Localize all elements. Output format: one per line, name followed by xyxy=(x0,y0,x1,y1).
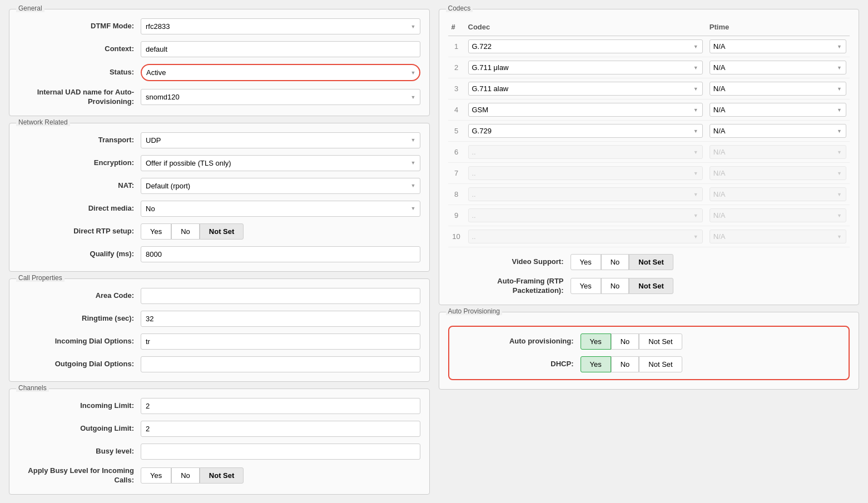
outgoing-limit-control xyxy=(141,421,420,437)
video-support-no-button[interactable]: No xyxy=(601,254,629,270)
apply-busy-btngroup: Yes No Not Set xyxy=(141,467,420,484)
network-title: Network Related xyxy=(16,118,70,126)
codec-row: 3G.711 alawN/A xyxy=(448,78,850,99)
incoming-dial-input[interactable] xyxy=(141,333,420,350)
auto-framing-label: Auto-Framing (RTP Packetization): xyxy=(448,277,571,296)
codec-row: 2G.711 μlawN/A xyxy=(448,57,850,78)
codec-select[interactable]: G.711 μlaw xyxy=(468,61,703,74)
area-code-input[interactable] xyxy=(141,288,420,304)
ringtime-input[interactable] xyxy=(141,311,420,327)
apply-busy-row: Apply Busy Level for Incoming Calls: Yes… xyxy=(18,466,420,485)
dhcp-label: DHCP: xyxy=(458,360,581,369)
outgoing-limit-input[interactable] xyxy=(141,421,420,437)
transport-row: Transport: UDP xyxy=(18,132,420,148)
ptime-select[interactable]: N/A xyxy=(710,103,846,117)
col-codec: Codec xyxy=(465,18,706,36)
network-section: Network Related Transport: UDP Encryptio… xyxy=(9,123,430,272)
dhcp-yes-button[interactable]: Yes xyxy=(581,356,611,372)
col-num: # xyxy=(448,18,465,36)
ptime-select[interactable]: N/A xyxy=(710,39,846,53)
direct-media-control: No xyxy=(141,201,420,217)
dhcp-row: DHCP: Yes No Not Set xyxy=(458,356,840,372)
internal-uad-label: Internal UAD name for Auto-Provisioning: xyxy=(18,88,141,107)
auto-framing-row: Auto-Framing (RTP Packetization): Yes No… xyxy=(448,277,850,296)
nat-select[interactable]: Default (rport) xyxy=(141,178,420,194)
status-row: Status: Active xyxy=(18,64,420,81)
outgoing-dial-control xyxy=(141,356,420,372)
transport-select[interactable]: UDP xyxy=(141,132,420,148)
direct-media-label: Direct media: xyxy=(18,204,141,213)
codec-row-ptime: N/A xyxy=(706,226,850,247)
ptime-select: N/A xyxy=(710,187,846,201)
codec-row-num: 10 xyxy=(448,226,465,247)
auto-prov-no-button[interactable]: No xyxy=(611,333,639,350)
dtmf-mode-select[interactable]: rfc2833 xyxy=(141,18,420,34)
direct-media-select[interactable]: No xyxy=(141,201,420,217)
auto-framing-yes-button[interactable]: Yes xyxy=(571,278,601,294)
codec-row: 5G.729N/A xyxy=(448,121,850,142)
auto-prov-row: Auto provisioning: Yes No Not Set xyxy=(458,333,840,350)
busy-level-input[interactable] xyxy=(141,444,420,460)
ptime-select: N/A xyxy=(710,166,846,180)
direct-rtp-row: Direct RTP setup: Yes No Not Set xyxy=(18,223,420,240)
ptime-select[interactable]: N/A xyxy=(710,82,846,96)
status-label: Status: xyxy=(18,68,141,77)
video-support-label: Video Support: xyxy=(448,257,571,267)
status-select[interactable]: Active xyxy=(141,64,420,81)
codec-select[interactable]: G.722 xyxy=(468,39,703,53)
direct-rtp-yes-button[interactable]: Yes xyxy=(141,223,171,240)
codec-select[interactable]: GSM xyxy=(468,103,703,117)
qualify-row: Qualify (ms): xyxy=(18,246,420,262)
codec-row-ptime: N/A xyxy=(706,78,850,99)
ptime-select: N/A xyxy=(710,208,846,222)
ptime-select[interactable]: N/A xyxy=(710,124,846,138)
auto-prov-notset-button[interactable]: Not Set xyxy=(639,333,682,350)
auto-framing-no-button[interactable]: No xyxy=(601,278,629,294)
apply-busy-no-button[interactable]: No xyxy=(171,467,200,484)
direct-rtp-btngroup: Yes No Not Set xyxy=(141,223,420,240)
dhcp-no-button[interactable]: No xyxy=(611,356,639,372)
codec-row: 9..N/A xyxy=(448,205,850,226)
context-input[interactable] xyxy=(141,41,420,57)
apply-busy-control: Yes No Not Set xyxy=(141,467,420,484)
auto-provisioning-section: Auto Provisioning Auto provisioning: Yes… xyxy=(439,312,860,390)
nat-label: NAT: xyxy=(18,181,141,191)
video-support-notset-button[interactable]: Not Set xyxy=(629,254,673,270)
auto-framing-notset-button[interactable]: Not Set xyxy=(629,278,673,294)
apply-busy-notset-button[interactable]: Not Set xyxy=(200,467,244,484)
auto-provisioning-box: Auto provisioning: Yes No Not Set DHCP: … xyxy=(448,326,850,380)
auto-prov-label: Auto provisioning: xyxy=(458,337,581,346)
codec-row-codec: .. xyxy=(465,226,706,247)
codec-row-ptime: N/A xyxy=(706,36,850,57)
codec-row: 6..N/A xyxy=(448,142,850,163)
channels-section: Channels Incoming Limit: Outgoing Limit:… xyxy=(9,389,430,495)
dtmf-mode-label: DTMF Mode: xyxy=(18,22,141,31)
codec-select[interactable]: G.729 xyxy=(468,124,703,138)
internal-uad-select[interactable]: snomd120 xyxy=(141,89,420,105)
dhcp-notset-button[interactable]: Not Set xyxy=(639,356,682,372)
transport-control: UDP xyxy=(141,132,420,148)
dhcp-control: Yes No Not Set xyxy=(581,356,840,372)
direct-rtp-notset-button[interactable]: Not Set xyxy=(200,223,244,240)
col-ptime: Ptime xyxy=(706,18,850,36)
busy-level-label: Busy level: xyxy=(18,447,141,456)
ptime-select[interactable]: N/A xyxy=(710,61,846,74)
video-support-yes-button[interactable]: Yes xyxy=(571,254,601,270)
codec-row-num: 2 xyxy=(448,57,465,78)
ringtime-label: Ringtime (sec): xyxy=(18,314,141,323)
ptime-select: N/A xyxy=(710,230,846,243)
auto-provisioning-title: Auto Provisioning xyxy=(446,307,502,315)
auto-prov-yes-button[interactable]: Yes xyxy=(581,333,611,350)
outgoing-dial-input[interactable] xyxy=(141,356,420,372)
apply-busy-yes-button[interactable]: Yes xyxy=(141,467,171,484)
outgoing-limit-label: Outgoing Limit: xyxy=(18,424,141,434)
direct-rtp-no-button[interactable]: No xyxy=(171,223,200,240)
codecs-title: Codecs xyxy=(446,4,473,12)
qualify-input[interactable] xyxy=(141,246,420,262)
encryption-select[interactable]: Offer if possible (TLS only) xyxy=(141,155,420,171)
incoming-limit-input[interactable] xyxy=(141,398,420,414)
codec-select[interactable]: G.711 alaw xyxy=(468,82,703,96)
dtmf-mode-control: rfc2833 xyxy=(141,18,420,34)
general-section: General DTMF Mode: rfc2833 Context: xyxy=(9,9,430,116)
call-properties-title: Call Properties xyxy=(16,274,65,282)
